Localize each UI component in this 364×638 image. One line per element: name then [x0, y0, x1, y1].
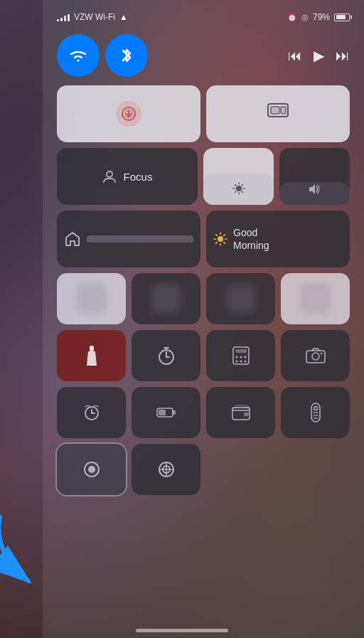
svg-point-39 — [240, 361, 242, 363]
wifi-status-icon: ▲ — [119, 12, 128, 22]
focus-inner: Focus — [102, 169, 153, 184]
app-icon-blurred-4 — [301, 284, 331, 314]
home-widget[interactable] — [57, 211, 200, 267]
svg-point-43 — [320, 353, 322, 355]
app-shortcut-2[interactable] — [132, 273, 200, 324]
timer-button[interactable] — [132, 330, 200, 381]
svg-rect-49 — [173, 410, 176, 415]
status-left: VZW Wi-Fi ▲ — [57, 12, 128, 22]
good-morning-widget[interactable]: Good Morning — [206, 211, 350, 267]
svg-line-23 — [224, 235, 225, 236]
svg-line-12 — [235, 185, 236, 186]
svg-line-13 — [242, 191, 243, 193]
alarm-status-icon: ⏰ — [287, 13, 297, 22]
bluetooth-button[interactable] — [105, 34, 148, 77]
brightness-icon — [232, 182, 245, 198]
svg-rect-48 — [159, 410, 166, 415]
content-area: VZW Wi-Fi ▲ ⏰ ◎ 79% — [43, 0, 364, 638]
svg-point-42 — [312, 353, 319, 360]
good-morning-label: Good Morning — [233, 226, 269, 252]
svg-rect-4 — [271, 107, 279, 114]
top-row: ⏮ ▶ ⏭ — [51, 31, 355, 80]
app-shortcuts-row — [57, 273, 350, 324]
svg-point-53 — [314, 407, 317, 410]
status-bar: VZW Wi-Fi ▲ ⏰ ◎ 79% — [51, 0, 355, 31]
app-shortcut-4[interactable] — [281, 273, 350, 324]
battery-percent: 79% — [313, 12, 330, 22]
svg-line-24 — [216, 243, 218, 244]
tools-row-1 — [57, 330, 350, 381]
battery-icon — [334, 14, 350, 21]
screen-mirror-button[interactable] — [206, 85, 350, 142]
widget-row: Good Morning — [57, 211, 350, 267]
svg-marker-26 — [87, 351, 97, 366]
svg-rect-34 — [235, 349, 247, 353]
focus-person-icon — [102, 169, 117, 184]
focus-button[interactable]: Focus — [57, 148, 198, 205]
good-morning-sun-icon — [213, 232, 228, 246]
wallet-button[interactable] — [206, 387, 275, 438]
signal-bar-3 — [64, 16, 66, 21]
focus-label: Focus — [124, 171, 153, 183]
svg-rect-25 — [90, 346, 94, 351]
alarm-button[interactable] — [57, 387, 126, 438]
signal-bar-4 — [68, 14, 70, 21]
signal-bars — [57, 13, 70, 21]
battery-fill — [336, 15, 346, 19]
bottom-row — [57, 444, 350, 495]
camera-button[interactable] — [281, 330, 350, 381]
focus-ring-icon: ◎ — [301, 13, 309, 22]
svg-point-37 — [244, 356, 246, 358]
media-play-button[interactable]: ▶ — [314, 47, 324, 64]
media-prev-button[interactable]: ⏮ — [288, 48, 302, 64]
screen-lock-button[interactable] — [57, 85, 200, 142]
left-edge — [0, 0, 43, 638]
connectivity-group — [57, 34, 148, 77]
volume-slider[interactable] — [279, 148, 350, 205]
home-icon — [64, 230, 81, 248]
wifi-button[interactable] — [57, 34, 100, 77]
volume-icon — [309, 184, 321, 198]
svg-rect-5 — [281, 107, 286, 114]
home-widget-text — [87, 235, 193, 243]
app-shortcut-3[interactable] — [206, 273, 275, 324]
screen-lock-icon — [116, 101, 141, 127]
svg-point-16 — [218, 236, 223, 242]
svg-point-6 — [107, 171, 112, 177]
svg-line-15 — [235, 191, 236, 193]
svg-rect-51 — [244, 413, 249, 416]
screen-record-button[interactable] — [57, 444, 126, 495]
lock-mirror-row — [57, 85, 350, 142]
focus-bv-section: Focus — [57, 148, 350, 205]
svg-point-7 — [236, 186, 242, 191]
signal-bar-1 — [57, 19, 59, 21]
status-right: ⏰ ◎ 79% — [287, 12, 350, 22]
svg-point-40 — [244, 361, 246, 363]
home-indicator[interactable] — [136, 629, 228, 632]
app-icon-blurred-3 — [226, 284, 256, 314]
app-icon-blurred-2 — [151, 284, 181, 314]
app-icon-blurred-1 — [77, 284, 107, 314]
svg-point-58 — [88, 466, 95, 473]
svg-line-22 — [224, 243, 225, 244]
calculator-button[interactable] — [206, 330, 275, 381]
brightness-slider[interactable] — [203, 148, 274, 205]
battery-status-button[interactable] — [132, 387, 200, 438]
svg-point-36 — [240, 356, 242, 358]
svg-point-35 — [235, 356, 237, 358]
screen-mirror-icon — [267, 103, 289, 124]
accessibility-button[interactable] — [132, 444, 200, 495]
svg-point-38 — [235, 361, 237, 363]
app-shortcut-1[interactable] — [57, 273, 126, 324]
media-controls: ⏮ ▶ ⏭ — [148, 47, 350, 64]
media-next-button[interactable]: ⏭ — [336, 48, 350, 64]
carrier-name: VZW Wi-Fi — [74, 12, 115, 22]
svg-line-21 — [216, 235, 218, 236]
svg-line-14 — [242, 185, 243, 186]
flashlight-button[interactable] — [57, 330, 126, 381]
focus-sliders-row: Focus — [57, 148, 350, 205]
signal-bar-2 — [60, 18, 63, 21]
tools-row-2 — [57, 387, 350, 438]
remote-button[interactable] — [281, 387, 350, 438]
